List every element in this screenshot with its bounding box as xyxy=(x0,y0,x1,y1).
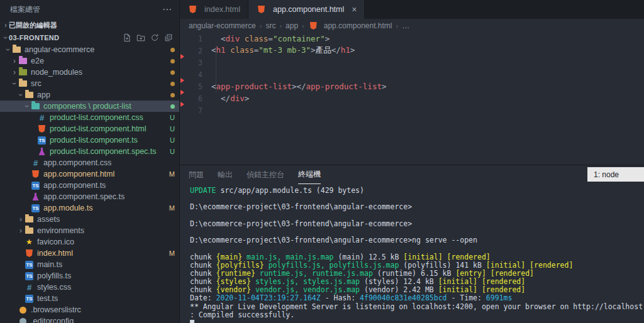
tree-item-browserslistrc[interactable]: .browserslistrc xyxy=(0,304,179,315)
folder-icon xyxy=(18,56,28,66)
vscode-window: 檔案總管 ⋯ › 已開啟的編輯器 › 03-FRONTEND ›angular-… xyxy=(0,0,644,323)
tree-item-label: node_modules xyxy=(31,68,82,77)
line-number[interactable]: 3 xyxy=(180,58,211,67)
tree-item-app[interactable]: ›app xyxy=(0,89,179,101)
breadcrumb-separator-icon: › xyxy=(279,22,282,30)
code-line: 6 </div> xyxy=(180,92,644,104)
git-status-badge: M xyxy=(169,249,175,257)
tree-item-node-modules[interactable]: ›node_modules xyxy=(0,67,179,78)
line-number[interactable]: 5 xyxy=(180,82,211,91)
css-file-icon: # xyxy=(36,112,47,123)
git-status-badge: M xyxy=(169,204,175,212)
tree-item-app-component-css[interactable]: #app.component.css xyxy=(0,157,179,168)
close-icon[interactable]: × xyxy=(352,4,357,14)
line-number[interactable]: 1 xyxy=(180,35,211,43)
tree-item-main-ts[interactable]: TSmain.ts xyxy=(0,259,179,270)
tree-item-app-component-html[interactable]: app.component.htmlM xyxy=(0,168,179,180)
code-line: 4 xyxy=(180,68,644,80)
tree-item-label: app.component.spec.ts xyxy=(43,192,125,201)
tree-item-app-component-spec-ts[interactable]: app.component.spec.ts xyxy=(0,191,179,202)
indent-guide xyxy=(216,45,216,92)
html-file-icon xyxy=(30,169,41,179)
panel-tab-debug-console[interactable]: 偵錯主控台 xyxy=(247,165,284,184)
line-number[interactable]: 2 xyxy=(180,47,211,55)
tree-item-index-html[interactable]: index.htmlM xyxy=(0,248,179,259)
editor-tab-app-component-html[interactable]: app.component.html× xyxy=(248,0,365,19)
tree-item-product-list-component-css[interactable]: #product-list.component.cssU xyxy=(0,112,179,123)
folder-icon xyxy=(30,101,41,111)
breadcrumb-separator-icon: › xyxy=(260,22,262,30)
test-file-icon xyxy=(36,146,47,156)
collapse-all-icon[interactable] xyxy=(164,33,173,42)
git-status-badge: U xyxy=(170,136,175,144)
panel-tab-output[interactable]: 輸出 xyxy=(218,165,233,184)
tab-label: app.component.html xyxy=(273,5,344,14)
typescript-file-icon: TS xyxy=(36,135,47,145)
tree-item-product-list-component-ts[interactable]: TSproduct-list.component.tsU xyxy=(0,134,179,146)
tree-item-editorconfig[interactable]: .editorconfig xyxy=(0,315,179,323)
tree-item-label: styles.css xyxy=(37,283,71,292)
editor-area: index.htmlapp.component.html× angular-ec… xyxy=(180,0,644,165)
panel-tab-problems[interactable]: 問題 xyxy=(189,165,204,184)
tree-item-label: app xyxy=(37,90,50,99)
chevron-down-icon: › xyxy=(24,103,30,109)
refresh-icon[interactable] xyxy=(150,33,159,42)
tree-item-components-product-list[interactable]: ›components \ product-list xyxy=(0,101,179,112)
new-folder-icon[interactable] xyxy=(136,33,145,42)
workspace-section[interactable]: › 03-FRONTEND xyxy=(0,31,179,44)
tree-item-polyfills-ts[interactable]: TSpolyfills.ts xyxy=(0,270,179,282)
tree-item-angular-ecommerce[interactable]: ›angular-ecommerce xyxy=(0,44,179,55)
html-file-icon xyxy=(36,124,47,134)
open-editors-section[interactable]: › 已開啟的編輯器 xyxy=(0,19,179,31)
modified-dot-icon xyxy=(170,48,175,52)
terminal-picker[interactable]: 1: node xyxy=(587,167,644,182)
breadcrumb-item-app-component-html[interactable]: app.component.html xyxy=(308,21,392,31)
terminal-line: D:\ecommerce-project\03-frontend\angular… xyxy=(190,203,644,211)
chevron-right-icon: › xyxy=(11,69,18,75)
test-file-icon xyxy=(30,192,41,202)
terminal[interactable]: UPDATE src/app/app.module.ts (429 bytes)… xyxy=(180,184,644,323)
modified-dot-icon xyxy=(170,82,175,86)
line-number[interactable]: 4 xyxy=(180,70,211,79)
tree-item-app-component-ts[interactable]: TSapp.component.ts xyxy=(0,180,179,191)
more-actions-icon[interactable]: ⋯ xyxy=(162,4,172,15)
panel-tab-bar: 問題輸出偵錯主控台終端機 xyxy=(189,165,321,184)
chevron-down-icon: › xyxy=(18,92,24,98)
tree-item-styles-css[interactable]: #styles.css xyxy=(0,282,179,293)
editor-tab-index-html[interactable]: index.html xyxy=(180,0,248,19)
browserslist-config-icon xyxy=(18,305,28,315)
git-status-badge: M xyxy=(169,170,175,178)
tree-item-e2e[interactable]: ›e2e xyxy=(0,55,179,67)
folder-icon xyxy=(18,67,28,77)
new-file-icon[interactable] xyxy=(123,33,131,42)
tree-item-label: favicon.ico xyxy=(37,238,74,246)
tree-item-environments[interactable]: ›environments xyxy=(0,225,179,236)
breadcrumb-item-angular-ecommerce[interactable]: angular-ecommerce xyxy=(189,21,256,30)
tree-item-assets[interactable]: ›assets xyxy=(0,214,179,225)
code-editor[interactable]: 1 <div class="container">2<h1 class="mt-… xyxy=(180,33,644,165)
panel-tab-terminal[interactable]: 終端機 xyxy=(298,165,321,184)
explorer-header: 檔案總管 ⋯ xyxy=(0,0,179,19)
line-number[interactable]: 7 xyxy=(180,106,211,115)
tree-item-label: product-list.component.html xyxy=(50,124,147,133)
typescript-file-icon: TS xyxy=(30,180,41,190)
tree-item-favicon-ico[interactable]: ★favicon.ico xyxy=(0,236,179,248)
breadcrumb-item-app[interactable]: app xyxy=(286,21,298,30)
html-file-icon xyxy=(308,21,319,31)
folder-icon xyxy=(24,214,35,224)
breadcrumb-separator-icon: › xyxy=(396,22,399,30)
tree-item-src[interactable]: ›src xyxy=(0,78,179,89)
tree-item-product-list-component-spec-ts[interactable]: product-list.component.spec.tsU xyxy=(0,146,179,157)
breadcrumb-item-src[interactable]: src xyxy=(265,21,275,30)
tree-item-label: app.module.ts xyxy=(43,204,93,212)
line-number[interactable]: 6 xyxy=(180,94,211,103)
breadcrumb-more[interactable]: … xyxy=(402,21,409,30)
tree-item-label: components \ product-list xyxy=(43,102,131,111)
tree-item-test-ts[interactable]: TStest.ts xyxy=(0,293,179,304)
tree-item-label: main.ts xyxy=(37,260,62,269)
diff-deleted-icon xyxy=(180,78,184,83)
html-file-icon xyxy=(256,4,267,14)
tree-item-label: product-list.component.css xyxy=(50,113,143,122)
tree-item-app-module-ts[interactable]: TSapp.module.tsM xyxy=(0,202,179,214)
tree-item-product-list-component-html[interactable]: product-list.component.htmlU xyxy=(0,123,179,134)
